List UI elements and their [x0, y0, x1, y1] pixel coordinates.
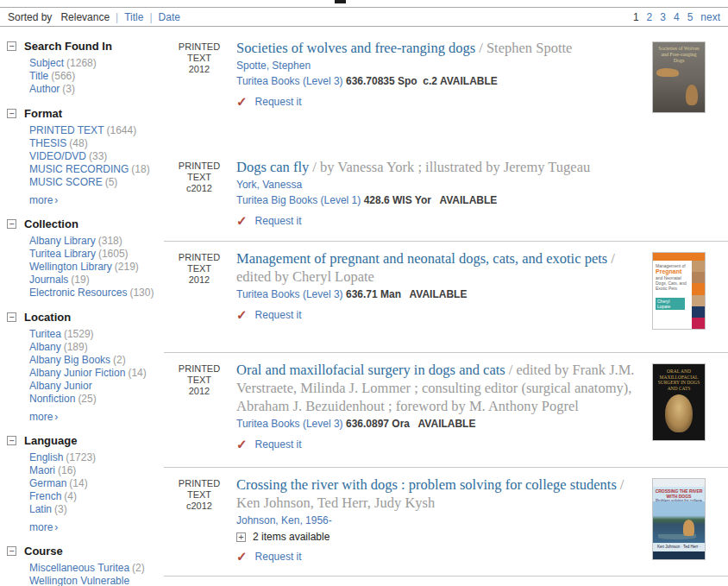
result-format: PRINTED TEXTc2012	[174, 158, 224, 241]
facet-link-albany-junior-fiction[interactable]: Albany Junior Fiction	[29, 367, 125, 379]
facet-link-albany-big-books[interactable]: Albany Big Books	[29, 354, 110, 366]
facet-link-turitea[interactable]: Turitea	[29, 328, 61, 340]
book-cover-thumbnail[interactable]: CROSSING THE RIVER WITH DOGS Problem sol…	[652, 478, 706, 560]
collapse-icon[interactable]: −	[7, 109, 16, 118]
more-languages-link[interactable]: more›	[29, 521, 58, 533]
facet-link-albany[interactable]: Albany	[29, 341, 61, 353]
cover-band	[653, 479, 705, 487]
facet-link-latin[interactable]: Latin	[29, 503, 52, 515]
facet-link-music-recording[interactable]: MUSIC RECORDING	[29, 163, 129, 175]
result-title-link[interactable]: Oral and maxillofacial surgery in dogs a…	[236, 362, 505, 378]
more-formats-link[interactable]: more›	[29, 194, 58, 206]
facet-title: Collection	[24, 217, 78, 230]
result-format: PRINTED TEXTc2012	[174, 476, 224, 576]
collapse-icon[interactable]: −	[7, 436, 16, 445]
request-it-link[interactable]: Request it	[255, 96, 302, 108]
facet-link-wellington-vulnerable-books[interactable]: Wellington Vulnerable Books	[29, 575, 129, 586]
page-4-link[interactable]: 4	[674, 11, 680, 23]
facet-link-english[interactable]: English	[29, 451, 63, 463]
cover-band	[653, 253, 705, 261]
facet-link-german[interactable]: German	[29, 477, 66, 489]
sort-option-date[interactable]: Date	[159, 11, 180, 23]
facet-link-subject[interactable]: Subject	[29, 57, 64, 69]
facet-link-french[interactable]: French	[29, 490, 61, 502]
facet-link-miscellaneous-turitea[interactable]: Miscellaneous Turitea	[29, 562, 129, 574]
request-it-link[interactable]: Request it	[255, 438, 302, 451]
collapse-icon[interactable]: −	[7, 546, 16, 556]
list-item: Maori(16)	[29, 464, 159, 477]
facet-link-journals[interactable]: Journals	[29, 274, 68, 286]
more-locations-link[interactable]: more›	[29, 411, 58, 423]
facet-link-music-score[interactable]: MUSIC SCORE	[29, 176, 103, 188]
sorted-by-label: Sorted by	[8, 11, 52, 23]
result-title-link[interactable]: Management of pregnant and neonatal dogs…	[236, 250, 607, 267]
location-link[interactable]: Turitea Books (Level 3)	[236, 75, 343, 87]
list-item: Wellington Library(219)	[29, 261, 159, 274]
location-link[interactable]: Turitea Big Books (Level 1)	[236, 194, 361, 206]
author-link[interactable]: Spotte, Stephen	[236, 60, 311, 72]
sort-option-title[interactable]: Title	[124, 11, 143, 23]
items-available-text: 2 items available	[253, 531, 329, 543]
next-page-link[interactable]: next	[700, 11, 720, 23]
skull-image	[665, 394, 693, 432]
facet-count: (189)	[64, 341, 88, 353]
facet-count: (1529)	[64, 328, 94, 340]
facet-title: Format	[24, 107, 62, 120]
result-title-link[interactable]: Dogs can fly	[236, 159, 309, 175]
list-item: PRINTED TEXT(1644)	[29, 124, 159, 137]
call-number-status: 636.0897 Ora AVAILABLE	[346, 418, 476, 430]
request-it-link[interactable]: Request it	[255, 551, 302, 563]
checkmark-icon: ✓	[236, 551, 248, 562]
search-results-page: Sorted by Relevance | Title | Date 1 2 3…	[0, 0, 728, 586]
facet-title: Search Found In	[24, 40, 112, 53]
list-item: Subject(1268)	[29, 57, 159, 70]
chevron-right-icon: ›	[54, 521, 58, 533]
book-cover-thumbnail[interactable]: Societies of Wolves and Free-ranging Dog…	[652, 41, 706, 113]
facet-link-maori[interactable]: Maori	[29, 464, 55, 476]
cover-author-text: Cheryl Lopate	[656, 298, 685, 310]
location-link[interactable]: Turitea Books (Level 3)	[236, 288, 343, 300]
author-link[interactable]: Johnson, Ken, 1956-	[236, 514, 332, 526]
sort-bar: Sorted by Relevance | Title | Date 1 2 3…	[0, 7, 728, 27]
checkmark-icon: ✓	[236, 310, 248, 320]
facet-link-video-dvd[interactable]: VIDEO/DVD	[29, 150, 86, 162]
dog-image	[683, 520, 694, 536]
items-available-toggle[interactable]: + 2 items available	[236, 531, 642, 543]
cover-band	[653, 551, 705, 559]
facet-format: − Format PRINTED TEXT(1644) THESIS(48) V…	[7, 107, 164, 206]
facet-link-turitea-library[interactable]: Turitea Library	[29, 248, 96, 260]
list-item: Albany(189)	[29, 341, 159, 354]
collapse-icon[interactable]: −	[7, 219, 16, 229]
list-item: Albany Junior Fiction(14)	[29, 367, 159, 380]
author-link[interactable]: York, Vanessa	[236, 179, 302, 191]
page-5-link[interactable]: 5	[687, 11, 693, 23]
collapse-icon[interactable]: −	[7, 41, 16, 51]
request-it-link[interactable]: Request it	[255, 215, 302, 227]
facet-link-albany-library[interactable]: Albany Library	[29, 235, 96, 247]
list-item: Albany Big Books(2)	[29, 354, 159, 367]
page-2-link[interactable]: 2	[647, 11, 653, 23]
facet-link-author[interactable]: Author	[29, 83, 60, 95]
page-3-link[interactable]: 3	[660, 11, 666, 23]
list-item: Journals(19)	[29, 274, 159, 287]
collapse-icon[interactable]: −	[7, 312, 16, 322]
facet-link-thesis[interactable]: THESIS	[29, 137, 66, 149]
location-link[interactable]: Turitea Books (Level 3)	[236, 418, 343, 430]
book-cover-thumbnail[interactable]: Management of Pregnant and Neonatal Dogs…	[652, 252, 706, 330]
facet-count: (1723)	[66, 451, 96, 463]
facet-collection: − Collection Albany Library(318) Turitea…	[7, 217, 164, 299]
expand-icon[interactable]: +	[236, 532, 246, 542]
facet-count: (14)	[128, 367, 146, 379]
list-item: MUSIC RECORDING(18)	[29, 163, 159, 176]
facet-link-electronic-resources[interactable]: Electronic Resources	[29, 287, 127, 299]
result-title-link[interactable]: Societies of wolves and free-ranging dog…	[236, 40, 475, 56]
book-cover-thumbnail[interactable]: ORAL AND MAXILLOFACIAL SURGERY IN DOGS A…	[652, 363, 706, 441]
result-title-link[interactable]: Crossing the river with dogs : problem s…	[236, 476, 617, 493]
facet-link-wellington-library[interactable]: Wellington Library	[29, 261, 112, 273]
facet-count: (14)	[69, 477, 87, 489]
request-it-link[interactable]: Request it	[255, 309, 302, 321]
result-row-4: PRINTED TEXT2012 Oral and maxillofacial …	[164, 352, 728, 467]
facet-link-title[interactable]: Title	[29, 70, 48, 82]
facet-link-printed-text[interactable]: PRINTED TEXT	[29, 124, 104, 136]
result-row-5: PRINTED TEXTc2012 Crossing the river wit…	[164, 467, 728, 577]
